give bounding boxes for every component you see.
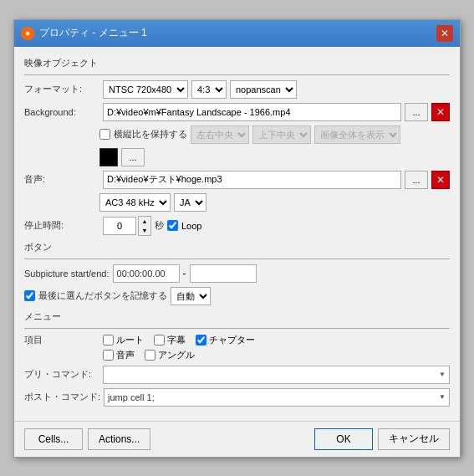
loop-label: Loop [181, 221, 201, 231]
footer-left: Cells... Actions... [24, 428, 150, 450]
chapter-checkbox[interactable] [196, 335, 206, 345]
audio-lang-select[interactable]: JA [174, 193, 206, 212]
app-icon: ● [21, 27, 34, 40]
post-command-label: ポスト・コマンド: [24, 391, 100, 403]
audio-browse-button[interactable]: ... [405, 171, 428, 189]
angle-checkbox[interactable] [145, 350, 155, 361]
audio-codec-row: AC3 48 kHz JA [24, 193, 450, 212]
items-row: 項目 ルート 字幕 チャプター [24, 334, 450, 361]
format-nopanscan-select[interactable]: nopanscan [230, 80, 297, 99]
subtitle-item: 字幕 [154, 334, 186, 346]
subtitle-checkbox[interactable] [154, 335, 165, 345]
post-command-row: ポスト・コマンド: jump cell 1; ▼ [24, 388, 450, 407]
background-clear-button[interactable]: ✕ [431, 103, 450, 121]
post-command-caret-icon: ▼ [439, 393, 446, 401]
remember-button-row: 最後に選んだボタンを記憶する 自動 [24, 287, 450, 305]
stop-time-input[interactable] [103, 217, 136, 235]
stop-time-unit: 秒 [155, 219, 164, 232]
cells-button[interactable]: Cells... [24, 428, 83, 450]
center-v-select[interactable]: 上下中央 [252, 125, 311, 144]
footer: Cells... Actions... OK キャンセル [14, 421, 460, 457]
fit-select[interactable]: 画像全体を表示 [314, 125, 400, 144]
format-ratio-select[interactable]: 4:3 [191, 80, 227, 99]
titlebar-left: ● プロパティ - メニュー 1 [21, 26, 147, 40]
titlebar: ● プロパティ - メニュー 1 ✕ [14, 20, 460, 47]
root-checkbox[interactable] [103, 335, 114, 345]
menu-section-header: メニュー [24, 310, 450, 323]
audio-item-checkbox[interactable] [103, 350, 114, 361]
items-row-2: 音声 アングル [103, 349, 255, 361]
items-row-1: ルート 字幕 チャプター [103, 334, 255, 346]
color-browse-button[interactable]: ... [121, 148, 145, 166]
post-command-text: jump cell 1; [108, 392, 155, 402]
cancel-button[interactable]: キャンセル [378, 428, 450, 450]
format-label: フォーマット: [24, 83, 99, 95]
pre-command-row: プリ・コマンド: ▼ [24, 366, 450, 384]
stop-time-label: 停止時間: [24, 219, 99, 232]
aspect-row: 横縦比を保持する 左右中央 上下中央 画像全体を表示 [24, 125, 450, 144]
subpicture-row: Subpicture start/end: - [24, 264, 450, 283]
spin-up-button[interactable]: ▲ [139, 217, 150, 226]
angle-label: アングル [158, 349, 195, 361]
aspect-ratio-checkbox[interactable] [99, 129, 110, 140]
audio-label: 音声: [24, 173, 99, 186]
audio-clear-button[interactable]: ✕ [431, 171, 450, 189]
content-area: 映像オブジェクト フォーマット: NTSC 720x480 4:3 nopans… [14, 47, 460, 417]
chapter-label: チャプター [209, 334, 255, 346]
dialog-title: プロパティ - メニュー 1 [39, 26, 147, 40]
audio-codec-select[interactable]: AC3 48 kHz [99, 193, 171, 212]
footer-right: OK キャンセル [314, 428, 450, 450]
angle-item: アングル [145, 349, 195, 361]
stop-time-spinner: ▲ ▼ [103, 216, 151, 236]
remember-button-checkbox[interactable] [24, 290, 35, 301]
root-label: ルート [116, 334, 144, 346]
center-h-select[interactable]: 左右中央 [191, 125, 249, 144]
subpicture-start-input[interactable] [113, 264, 180, 283]
stop-time-row: 停止時間: ▲ ▼ 秒 Loop [24, 216, 450, 236]
audio-path-input[interactable] [103, 171, 401, 189]
actions-button[interactable]: Actions... [88, 428, 150, 450]
chapter-item: チャプター [196, 334, 255, 346]
color-row: ... [24, 148, 450, 166]
spin-buttons: ▲ ▼ [138, 216, 151, 236]
subpicture-end-input[interactable] [190, 264, 257, 283]
dialog: ● プロパティ - メニュー 1 ✕ 映像オブジェクト フォーマット: NTSC… [13, 19, 461, 458]
loop-checkbox[interactable] [167, 220, 178, 231]
background-path-input[interactable] [103, 103, 401, 121]
audio-item: 音声 [103, 349, 135, 361]
background-label: Background: [24, 107, 99, 117]
ok-button[interactable]: OK [314, 428, 373, 450]
aspect-ratio-label: 横縦比を保持する [114, 128, 187, 141]
items-label: 項目 [24, 334, 99, 346]
pre-command-dropdown[interactable]: ▼ [103, 366, 450, 384]
format-row: フォーマット: NTSC 720x480 4:3 nopanscan [24, 80, 450, 99]
audio-row: 音声: ... ✕ [24, 171, 450, 189]
close-button[interactable]: ✕ [436, 25, 453, 42]
remember-button-select[interactable]: 自動 [171, 287, 211, 305]
format-ntsc-select[interactable]: NTSC 720x480 [103, 80, 188, 99]
video-section-header: 映像オブジェクト [24, 57, 450, 69]
button-section-header: ボタン [24, 241, 450, 253]
audio-item-label: 音声 [116, 349, 135, 361]
subpicture-label: Subpicture start/end: [24, 269, 110, 279]
subtitle-label: 字幕 [167, 334, 186, 346]
spin-down-button[interactable]: ▼ [139, 226, 150, 235]
pre-command-caret-icon: ▼ [439, 371, 446, 378]
items-section: ルート 字幕 チャプター 音声 [103, 334, 255, 361]
subpicture-dash: - [183, 268, 186, 279]
root-item: ルート [103, 334, 144, 346]
background-browse-button[interactable]: ... [405, 103, 428, 121]
remember-button-label: 最後に選んだボタンを記憶する [38, 289, 167, 302]
pre-command-label: プリ・コマンド: [24, 368, 99, 381]
color-picker-box[interactable] [99, 148, 118, 166]
background-row: Background: ... ✕ [24, 103, 450, 121]
post-command-dropdown[interactable]: jump cell 1; ▼ [104, 388, 450, 407]
